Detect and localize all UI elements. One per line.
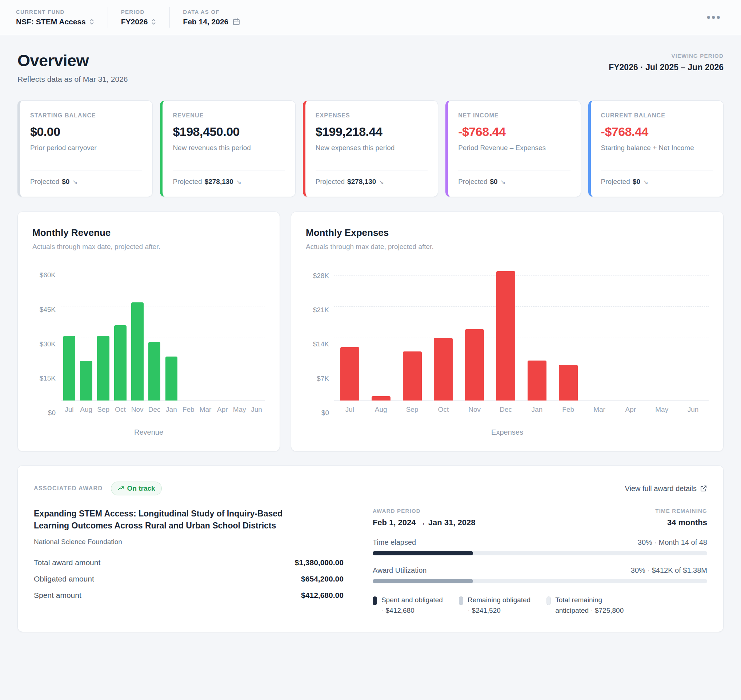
legend-label: Remaining obligated· $241,520 [468,595,530,616]
x-label-apr: Apr [615,406,646,413]
bar-slot-apr [615,267,646,400]
progress-value-text: 30% · Month 14 of 48 [638,538,707,547]
x-label-mar: Mar [197,406,214,413]
bar-slot-may [231,267,248,400]
expenses-bar-nov [465,329,484,400]
x-label-apr: Apr [214,406,231,413]
chart-title: Monthly Revenue [32,227,265,238]
projected-row: Projected$0↘ [30,178,142,186]
stat-card-label: NET INCOME [458,112,570,119]
utilization-legend: Spent and obligated· $412,680Remaining o… [373,595,707,616]
projected-row: Projected$278,130↘ [173,178,285,186]
fund-select[interactable]: NSF: STEM Access [16,18,94,26]
plot-column: JulAugSepOctNovDecJanFebMarAprMayJun [334,267,709,413]
projected-label: Projected [173,178,202,186]
expenses-bar-dec [496,271,515,400]
x-label-nov: Nov [129,406,146,413]
stat-card-value: $0.00 [30,125,142,139]
stat-card-value: -$768.44 [601,125,713,139]
y-tick-label: $30K [40,340,56,348]
x-label-mar: Mar [584,406,615,413]
projected-row: Projected$0↘ [601,178,713,186]
viewing-period-label: VIEWING PERIOD [608,53,723,59]
stat-card-current-balance: CURRENT BALANCE-$768.44Starting balance … [588,100,723,197]
expenses-bar-feb [559,365,578,400]
amount-row: Spent amount$412,680.00 [34,591,343,600]
x-label-may: May [231,406,248,413]
time-remaining-label: TIME REMAINING [655,508,707,514]
trending-up-icon [118,485,124,491]
trend-down-right-icon: ↘ [236,178,242,186]
y-tick-label: $0 [321,409,329,417]
chart-title: Monthly Expenses [306,227,709,238]
expenses-bar-jul [340,347,359,400]
projected-row: Projected$0↘ [458,178,570,186]
legend-label-line2: anticipated · $725,800 [555,606,623,616]
bar-slot-sep [95,267,112,400]
plot-column: JulAugSepOctNovDecJanFebMarAprMayJun [61,267,265,413]
projected-label: Projected [458,178,487,186]
stat-card-label: STARTING BALANCE [30,112,142,119]
divider [601,170,713,171]
stat-card-description: Prior period carryover [30,143,142,153]
status-badge: On track [111,482,162,496]
legend-label: Spent and obligated· $412,680 [382,595,443,616]
chevron-updown-icon [89,18,94,25]
stat-cards: STARTING BALANCE$0.00Prior period carryo… [18,100,723,197]
amount-label: Total award amount [34,558,100,567]
page-header: Overview Reflects data as of Mar 31, 202… [18,51,723,84]
legend-dot [459,596,463,605]
x-label-jun: Jun [248,406,265,413]
bar-slot-jul [334,267,365,400]
legend-item: Remaining obligated· $241,520 [459,595,530,616]
award-title: Expanding STEM Access: Longitudinal Stud… [34,508,288,532]
bar-slot-mar [197,267,214,400]
trend-down-right-icon: ↘ [72,178,77,186]
details-link-label: View full award details [625,484,697,493]
y-tick-label: $60K [40,271,56,279]
revenue-bar-dec [148,342,161,400]
trend-down-right-icon: ↘ [643,178,648,186]
calendar-icon [232,18,240,26]
view-full-award-details-link[interactable]: View full award details [625,484,707,493]
award-period-label: AWARD PERIOD [373,508,476,514]
amount-value: $1,380,000.00 [295,558,343,567]
x-label-feb: Feb [552,406,584,413]
stat-card-value: $199,218.44 [315,125,427,139]
y-tick-label: $21K [313,306,329,314]
stat-card-expenses: EXPENSES$199,218.44New expenses this per… [303,100,438,197]
viewing-period-value: FY2026 · Jul 2025 – Jun 2026 [608,63,723,72]
monthly-revenue-chart: Monthly RevenueActuals through max date,… [18,212,280,451]
progress-label-row: Award Utilization30% · $412K of $1.38M [373,566,707,575]
divider [315,170,427,171]
progress-fill [373,579,473,583]
expenses-bar-jan [527,360,547,400]
bars [61,267,265,400]
divider [30,170,142,171]
fund-select-value: NSF: STEM Access [16,18,86,26]
projected-label: Projected [315,178,345,186]
overflow-menu-button[interactable]: ••• [703,12,725,23]
status-badge-label: On track [127,484,155,493]
data-as-of-label: DATA AS OF [183,9,240,15]
stat-card-value: -$768.44 [458,125,570,139]
revenue-bar-jul [63,336,76,400]
period-select[interactable]: FY2026 [121,18,157,26]
x-label-dec: Dec [490,406,521,413]
period-select-group: PERIOD FY2026 [121,9,157,26]
y-axis: $0$7K$14K$21K$28K [306,267,334,413]
legend-label-line2: · $412,680 [382,606,443,616]
progress-label: Time elapsed [373,538,416,547]
bar-slot-dec [490,267,521,400]
stat-card-revenue: REVENUE$198,450.00New revenues this peri… [160,100,295,197]
bar-slot-dec [146,267,163,400]
award-summary: Expanding STEM Access: Longitudinal Stud… [34,508,343,616]
data-as-of-picker[interactable]: Feb 14, 2026 [183,18,240,26]
x-label-sep: Sep [397,406,428,413]
projected-label: Projected [601,178,630,186]
y-tick-label: $14K [313,340,329,348]
bar-slot-nov [459,267,490,400]
x-label-dec: Dec [146,406,163,413]
x-label-jan: Jan [163,406,180,413]
award-utilization-progress: Award Utilization30% · $412K of $1.38M [373,566,707,583]
